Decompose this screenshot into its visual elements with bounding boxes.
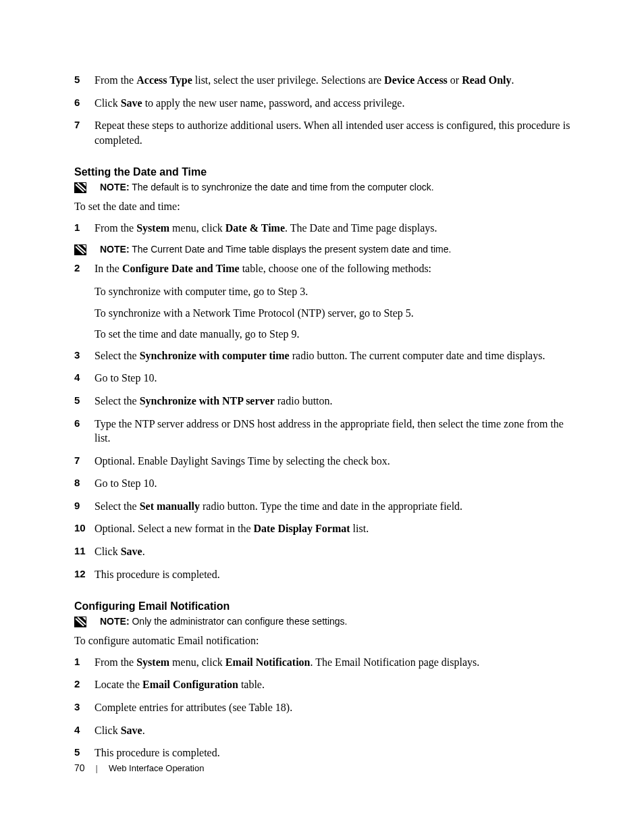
section1-steps-b: 2In the Configure Date and Time table, c… xyxy=(74,261,574,276)
note-text: NOTE: The Current Date and Time table di… xyxy=(100,243,451,256)
section1-steps-a: 1From the System menu, click Date & Time… xyxy=(74,221,574,236)
step-body: Optional. Select a new format in the Dat… xyxy=(95,521,574,536)
step-number: 5 xyxy=(74,73,95,86)
step-number: 5 xyxy=(74,394,95,407)
step-item: 9Select the Set manually radio button. T… xyxy=(74,499,574,514)
step-number: 2 xyxy=(74,677,95,691)
note-icon xyxy=(74,244,86,255)
step-item: 5From the Access Type list, select the u… xyxy=(74,73,574,88)
step-number: 5 xyxy=(74,746,95,759)
step-body: In the Configure Date and Time table, ch… xyxy=(95,261,574,276)
step-number: 1 xyxy=(74,655,95,669)
note-icon xyxy=(74,182,86,193)
step-body: From the Access Type list, select the us… xyxy=(95,73,574,88)
step-body: This procedure is completed. xyxy=(95,567,574,582)
sub-option: To set the time and date manually, go to… xyxy=(95,327,574,342)
step-number: 3 xyxy=(74,348,95,362)
section1-intro: To set the date and time: xyxy=(74,199,574,214)
step-number: 6 xyxy=(74,417,95,430)
step-number: 6 xyxy=(74,96,95,109)
section2-intro: To configure automatic Email notificatio… xyxy=(74,633,574,648)
note-icon xyxy=(74,617,86,627)
footer-title: Web Interface Operation xyxy=(109,763,204,773)
step-number: 3 xyxy=(74,700,95,714)
heading-setting-date-time: Setting the Date and Time xyxy=(74,166,574,178)
step-item: 3Complete entries for attributes (see Ta… xyxy=(74,700,574,715)
step-number: 4 xyxy=(74,723,95,737)
step-item: 10Optional. Select a new format in the D… xyxy=(74,521,574,536)
step-body: Click Save to apply the new user name, p… xyxy=(95,96,574,111)
step-body: From the System menu, click Email Notifi… xyxy=(95,655,574,670)
page-footer: 70 | Web Interface Operation xyxy=(74,762,204,773)
section1-steps-c: 3Select the Synchronize with computer ti… xyxy=(74,348,574,582)
step-number: 7 xyxy=(74,118,95,132)
step-item: 8Go to Step 10. xyxy=(74,476,574,491)
note-row: NOTE: The Current Date and Time table di… xyxy=(74,243,574,256)
note-text: NOTE: The default is to synchronize the … xyxy=(100,181,434,194)
step-item: 11Click Save. xyxy=(74,544,574,559)
step-item: 12This procedure is completed. xyxy=(74,567,574,582)
step-number: 10 xyxy=(74,521,95,535)
sub-option: To synchronize with computer time, go to… xyxy=(95,284,574,299)
page-content: 5From the Access Type list, select the u… xyxy=(74,73,574,768)
step-item: 7Repeat these steps to authorize additio… xyxy=(74,118,574,147)
step-item: 2Locate the Email Configuration table. xyxy=(74,677,574,692)
footer-separator: | xyxy=(96,763,98,773)
section1-sub-options: To synchronize with computer time, go to… xyxy=(74,284,574,342)
step-body: Select the Synchronize with computer tim… xyxy=(95,348,574,363)
step-item: 2In the Configure Date and Time table, c… xyxy=(74,261,574,276)
step-body: From the System menu, click Date & Time.… xyxy=(95,221,574,236)
step-body: Click Save. xyxy=(95,723,574,738)
note-row: NOTE: The default is to synchronize the … xyxy=(74,181,574,194)
step-number: 9 xyxy=(74,499,95,513)
section2-steps: 1From the System menu, click Email Notif… xyxy=(74,655,574,760)
step-body: Select the Set manually radio button. Ty… xyxy=(95,499,574,514)
step-item: 5Select the Synchronize with NTP server … xyxy=(74,394,574,409)
step-item: 1From the System menu, click Email Notif… xyxy=(74,655,574,670)
step-body: Go to Step 10. xyxy=(95,476,574,491)
step-item: 1From the System menu, click Date & Time… xyxy=(74,221,574,236)
step-body: Click Save. xyxy=(95,544,574,559)
step-item: 5This procedure is completed. xyxy=(74,746,574,760)
step-body: Locate the Email Configuration table. xyxy=(95,677,574,692)
step-item: 6Click Save to apply the new user name, … xyxy=(74,96,574,111)
step-number: 4 xyxy=(74,371,95,384)
note-text: NOTE: Only the administrator can configu… xyxy=(100,615,348,628)
step-body: Type the NTP server address or DNS host … xyxy=(95,417,574,446)
step-number: 1 xyxy=(74,221,95,234)
step-item: 6Type the NTP server address or DNS host… xyxy=(74,417,574,446)
note-row: NOTE: Only the administrator can configu… xyxy=(74,615,574,628)
step-number: 2 xyxy=(74,261,95,275)
step-item: 4Click Save. xyxy=(74,723,574,738)
step-number: 11 xyxy=(74,544,95,558)
step-number: 7 xyxy=(74,454,95,467)
step-body: Select the Synchronize with NTP server r… xyxy=(95,394,574,409)
step-body: This procedure is completed. xyxy=(95,746,574,760)
step-item: 4Go to Step 10. xyxy=(74,371,574,386)
step-body: Go to Step 10. xyxy=(95,371,574,386)
step-body: Optional. Enable Daylight Savings Time b… xyxy=(95,454,574,469)
heading-email-notification: Configuring Email Notification xyxy=(74,600,574,613)
step-number: 8 xyxy=(74,476,95,490)
step-item: 3Select the Synchronize with computer ti… xyxy=(74,348,574,363)
step-body: Complete entries for attributes (see Tab… xyxy=(95,700,574,715)
page-number: 70 xyxy=(74,762,85,773)
step-number: 12 xyxy=(74,567,95,581)
step-item: 7Optional. Enable Daylight Savings Time … xyxy=(74,454,574,469)
sub-option: To synchronize with a Network Time Proto… xyxy=(95,306,574,321)
intro-step-list: 5From the Access Type list, select the u… xyxy=(74,73,574,147)
step-body: Repeat these steps to authorize addition… xyxy=(95,118,574,147)
